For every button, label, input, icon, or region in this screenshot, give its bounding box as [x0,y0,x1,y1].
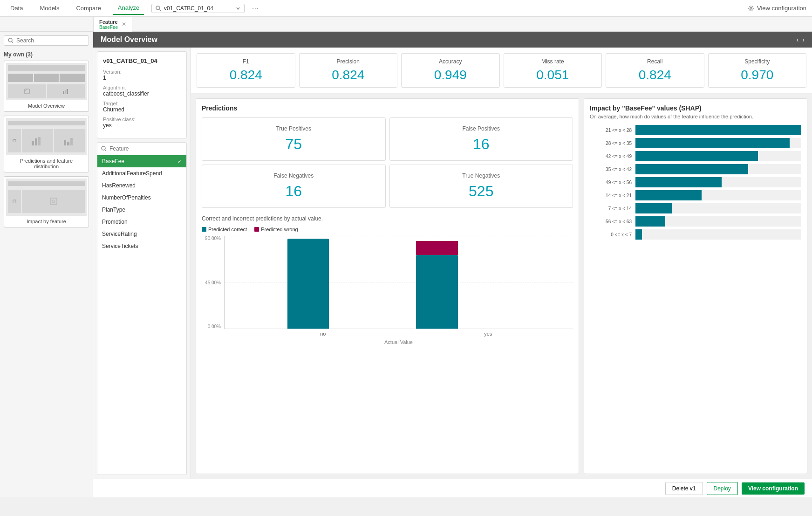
feature-item-hasrenewed[interactable]: HasRenewed [97,179,186,192]
legend-dot [254,227,259,232]
tab-feature-basefee[interactable]: Feature BaseFee ✕ [93,17,132,32]
feature-search-input[interactable] [109,145,183,152]
feature-item-promotion[interactable]: Promotion [97,216,186,228]
legend-item-predicted-wrong: Predicted wrong [254,227,298,232]
svg-line-4 [12,42,14,43]
svg-line-18 [105,150,107,151]
confusion-matrix: True Positives75False Positives16False N… [202,117,573,208]
shap-title: Impact by "BaseFee" values (SHAP) [590,104,801,112]
model-search[interactable]: v01_CATBC_01_04 [151,4,245,13]
shap-bar-wrap [635,203,801,213]
settings-icon [748,5,754,12]
svg-line-1 [160,9,161,11]
shap-row: 21 <= x < 28 [590,125,801,135]
sheet-card-impact[interactable]: Impact by feature [4,176,89,227]
bar-legend: Predicted correctPredicted wrong [202,227,573,232]
view-configuration-button[interactable]: View configuration [748,5,806,12]
feature-list: BaseFee✓AdditionalFeatureSpendHasRenewed… [97,155,186,252]
nav-analyze[interactable]: Analyze [113,1,144,15]
svg-rect-9 [32,141,34,145]
shap-desc: On average, how much do values of the fe… [590,114,801,119]
svg-rect-8 [67,89,68,94]
shap-bar-wrap [635,229,801,240]
legend-item-predicted-correct: Predicted correct [202,227,247,232]
shap-row: 42 <= x < 49 [590,151,801,161]
svg-rect-14 [70,138,73,145]
shap-row: 28 <= x < 35 [590,138,801,148]
predictions-title: Predictions [202,104,573,112]
shap-bar-fill [635,177,722,187]
svg-point-17 [102,146,105,150]
export-icon-2 [12,199,17,204]
shap-row: 14 <= x < 21 [590,190,801,200]
shap-bar-fill [635,164,748,174]
metrics-row: F10.824Precision0.824Accuracy0.949Miss r… [191,48,812,94]
tab-label: Feature [99,19,118,25]
feature-item-basefee[interactable]: BaseFee✓ [97,155,186,167]
shap-bar-fill [635,190,702,200]
sheet-title-impact: Impact by feature [6,218,87,225]
tab-sublabel: BaseFee [99,25,118,30]
positive-class-value: yes [103,122,181,129]
next-arrow[interactable]: › [802,36,805,43]
feature-item-numberofpenalties[interactable]: NumberOfPenalties [97,192,186,204]
shap-bar-wrap [635,190,801,200]
shap-bars: 21 <= x < 28 28 <= x < 35 42 <= x < 49 3… [590,125,801,468]
feature-search-icon [101,146,107,151]
delete-button[interactable]: Delete v1 [665,482,703,495]
shap-panel: Impact by "BaseFee" values (SHAP) On ave… [584,98,807,474]
sidebar: My own (3) Model Over [0,32,93,497]
sidebar-section-label: My own (3) [4,51,89,58]
shap-label: 0 <= x < 7 [590,232,632,237]
shap-label: 35 <= x < 42 [590,167,632,172]
algorithm-value: catboost_classifier [103,90,181,97]
shap-bar-fill [635,203,672,213]
tab-close-icon[interactable]: ✕ [122,21,126,28]
shap-bar-wrap [635,216,801,227]
bar-chart-icon [32,136,43,145]
feature-item-additionalfeaturespend[interactable]: AdditionalFeatureSpend [97,167,186,179]
svg-rect-10 [35,138,37,145]
view-config-button[interactable]: View configuration [742,482,805,495]
svg-rect-13 [67,142,69,145]
shap-row: 56 <= x < 63 [590,216,801,227]
nav-compare[interactable]: Compare [71,2,105,14]
shap-label: 56 <= x < 63 [590,219,632,224]
chevron-down-icon[interactable] [236,6,240,11]
feature-item-servicerating[interactable]: ServiceRating [97,228,186,240]
feature-search[interactable] [97,143,186,155]
deploy-button[interactable]: Deploy [707,482,738,495]
charts-row: Predictions True Positives75False Positi… [191,94,812,479]
metric-card-miss-rate: Miss rate0.051 [504,53,602,88]
sheet-card-model-overview[interactable]: Model Overview [4,61,89,112]
shap-label: 14 <= x < 21 [590,193,632,198]
feature-item-plantype[interactable]: PlanType [97,204,186,216]
more-button[interactable]: ··· [252,4,258,13]
bar-chart-desc: Correct and incorrect predictions by act… [202,215,573,222]
sheet-card-predictions[interactable]: Predictions and feature distribution [4,116,89,172]
shap-label: 42 <= x < 49 [590,154,632,159]
nav-data[interactable]: Data [6,2,27,14]
nav-models[interactable]: Models [35,2,64,14]
feature-item-servicetickets[interactable]: ServiceTickets [97,240,186,252]
tab-bar: Feature BaseFee ✕ [0,17,812,32]
sidebar-search[interactable] [4,35,89,46]
shap-row: 35 <= x < 42 [590,164,801,174]
conf-cell-true-negatives: True Negatives525 [389,165,573,208]
sidebar-search-input[interactable] [16,37,77,44]
export-icon [12,138,17,143]
conf-cell-true-positives: True Positives75 [202,117,386,161]
puzzle-icon [24,88,30,95]
metric-card-accuracy: Accuracy0.949 [401,53,500,88]
shap-bar-fill [635,125,801,135]
metric-card-recall: Recall0.824 [606,53,704,88]
version-label: Version: [103,69,181,75]
svg-rect-5 [25,89,29,94]
prev-arrow[interactable]: ‹ [797,36,799,43]
shap-label: 28 <= x < 35 [590,141,632,146]
target-value: Churned [103,106,181,113]
content-area: Model Overview ‹ › v01_CATBC_01_04 Versi… [93,32,812,497]
main-panel: F10.824Precision0.824Accuracy0.949Miss r… [191,48,812,479]
shap-bar-fill [635,138,790,148]
predictions-panel: Predictions True Positives75False Positi… [196,98,579,474]
